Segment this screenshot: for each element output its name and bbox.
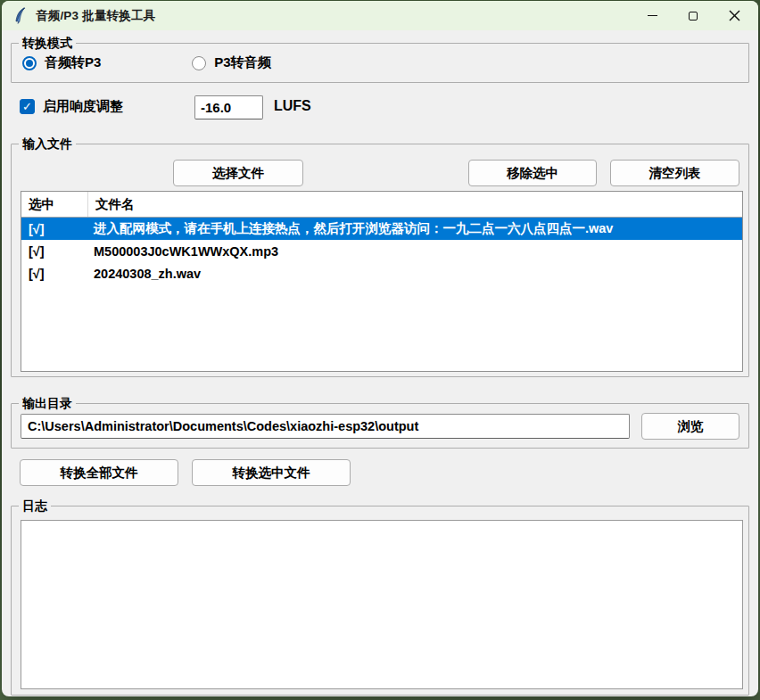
radio-p3-to-audio-label: P3转音频 (214, 54, 270, 71)
log-group-label: 日志 (19, 498, 51, 515)
select-files-button[interactable]: 选择文件 (173, 160, 303, 186)
titlebar[interactable]: 音频/P3 批量转换工具 (2, 1, 758, 30)
window-title: 音频/P3 批量转换工具 (36, 8, 155, 24)
radio-unselected-icon (192, 56, 206, 70)
loudness-row: ✓ 启用响度调整 LUFS (20, 98, 123, 115)
row-checked-cell: [√] (21, 244, 88, 259)
clear-list-button[interactable]: 清空列表 (610, 160, 739, 186)
maximize-button[interactable] (673, 1, 714, 30)
remove-selected-button[interactable]: 移除选中 (468, 160, 597, 186)
file-list-table: 选中 文件名 [√] 进入配网模式，请在手机上连接热点，然后打开浏览器访问：一九… (21, 191, 743, 372)
maximize-icon (689, 12, 698, 21)
table-row[interactable]: [√] 20240308_zh.wav (21, 262, 742, 284)
mode-group: 转换模式 音频转P3 P3转音频 (11, 43, 749, 83)
log-group: 日志 (11, 506, 749, 696)
lufs-unit-label: LUFS (274, 98, 311, 114)
lufs-value-input[interactable] (194, 95, 263, 119)
minimize-button[interactable] (632, 1, 673, 30)
row-checked-cell: [√] (21, 222, 88, 236)
header-filename-column[interactable]: 文件名 (88, 192, 742, 217)
loudness-checkbox[interactable]: ✓ (20, 99, 35, 114)
close-button[interactable] (714, 1, 755, 30)
table-row[interactable]: [√] 进入配网模式，请在手机上连接热点，然后打开浏览器访问：一九二点一六八点四… (21, 218, 742, 240)
radio-audio-to-p3[interactable]: 音频转P3 (22, 54, 101, 71)
row-filename-cell: 20240308_zh.wav (88, 267, 742, 281)
close-icon (729, 10, 740, 21)
header-checked-column[interactable]: 选中 (21, 192, 88, 217)
loudness-checkbox-label: 启用响度调整 (43, 98, 123, 115)
table-row[interactable]: [√] M500003J0cWK1WWxQX.mp3 (21, 240, 742, 262)
convert-all-button[interactable]: 转换全部文件 (20, 459, 178, 486)
convert-selected-button[interactable]: 转换选中文件 (192, 459, 351, 486)
output-dir-group-label: 输出目录 (19, 395, 76, 412)
mode-group-label: 转换模式 (19, 35, 76, 52)
radio-selected-icon (22, 56, 37, 70)
browse-button[interactable]: 浏览 (641, 413, 739, 440)
row-filename-cell: 进入配网模式，请在手机上连接热点，然后打开浏览器访问：一九二点一六八点四点一.w… (88, 220, 742, 237)
input-files-group: 输入文件 选择文件 移除选中 清空列表 选中 文件名 [√] 进入配网模式，请在… (11, 144, 749, 377)
minimize-icon (648, 15, 657, 16)
row-checked-cell: [√] (21, 267, 88, 281)
input-files-group-label: 输入文件 (19, 136, 76, 152)
radio-p3-to-audio[interactable]: P3转音频 (192, 54, 270, 71)
app-window: 音频/P3 批量转换工具 转换模式 音频转P3 (2, 1, 758, 696)
python-feather-icon (12, 7, 28, 24)
file-list-header: 选中 文件名 (21, 192, 742, 218)
row-filename-cell: M500003J0cWK1WWxQX.mp3 (88, 244, 742, 259)
output-path-input[interactable] (21, 414, 630, 439)
log-text-area[interactable] (21, 520, 743, 689)
radio-audio-to-p3-label: 音频转P3 (45, 54, 101, 71)
output-dir-group: 输出目录 浏览 (11, 403, 749, 449)
